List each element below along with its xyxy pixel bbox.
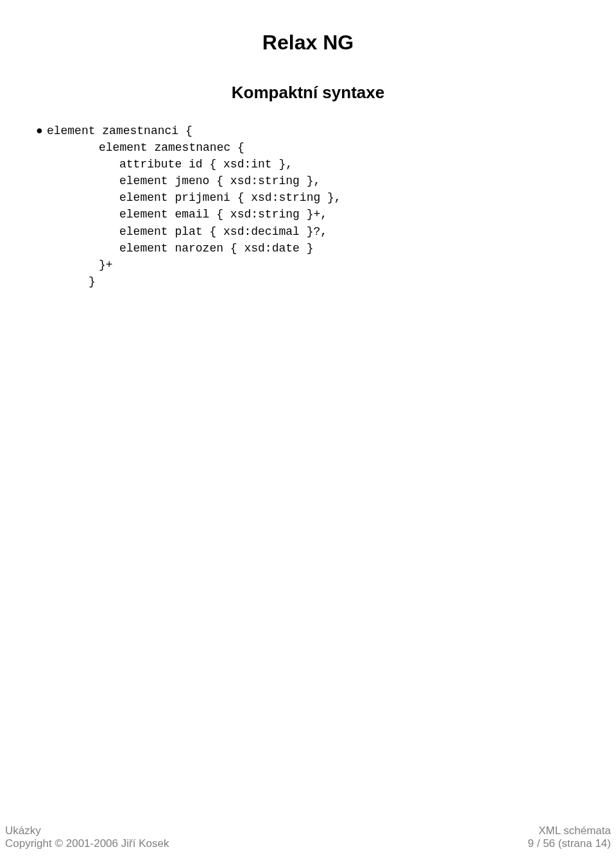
code-line: element jmeno { xsd:string },: [36, 173, 616, 189]
code-line: element narozen { xsd:date }: [36, 240, 616, 257]
footer: Ukázky Copyright © 2001-2006 Jiří Kosek …: [0, 825, 616, 850]
footer-right: XML schémata 9 / 56 (strana 14): [528, 825, 611, 850]
code-line: attribute id { xsd:int },: [36, 156, 616, 173]
code-line: element email { xsd:string }+,: [36, 206, 616, 223]
code-line: }+: [36, 257, 616, 273]
code-line: element zamestnanec {: [36, 139, 616, 156]
page-subtitle: Kompaktní syntaxe: [0, 55, 616, 103]
footer-page-number: 9 / 56 (strana 14): [528, 837, 611, 850]
code-line: }: [36, 273, 616, 290]
page-title: Relax NG: [0, 0, 616, 55]
code-line: element plat { xsd:decimal }?,: [36, 223, 616, 240]
footer-left: Ukázky Copyright © 2001-2006 Jiří Kosek: [5, 825, 169, 850]
code-text: element zamestnanci {: [47, 124, 193, 137]
content-area: ●element zamestnanci { element zamestnan…: [0, 103, 616, 290]
code-line: ●element zamestnanci {: [36, 122, 616, 139]
footer-doc-title: XML schémata: [528, 825, 611, 837]
footer-section-label: Ukázky: [5, 825, 169, 837]
footer-copyright: Copyright © 2001-2006 Jiří Kosek: [5, 837, 169, 850]
code-line: element prijmeni { xsd:string },: [36, 189, 616, 206]
bullet-icon: ●: [36, 122, 43, 139]
